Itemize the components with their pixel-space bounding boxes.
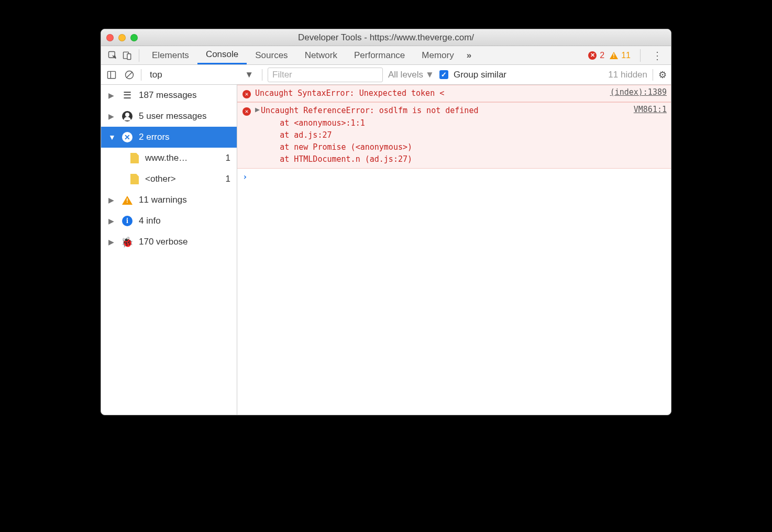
- clear-console-icon[interactable]: [123, 69, 136, 81]
- expand-arrow-icon: ▶: [108, 217, 116, 225]
- window-title: Developer Tools - https://www.theverge.c…: [101, 32, 671, 43]
- sidebar-item-messages[interactable]: ▶ ☰ 187 messages: [101, 85, 237, 106]
- tab-network[interactable]: Network: [296, 46, 346, 64]
- divider: [141, 69, 141, 81]
- list-icon: ☰: [122, 90, 133, 101]
- tab-sources[interactable]: Sources: [247, 46, 296, 64]
- sidebar-item-label: 2 errors: [139, 132, 170, 142]
- svg-rect-2: [127, 53, 131, 59]
- tab-console[interactable]: Console: [197, 46, 247, 64]
- file-icon: [130, 153, 139, 163]
- sidebar-item-label: www.the…: [145, 153, 188, 163]
- sidebar-item-verbose[interactable]: ▶ 🐞 170 verbose: [101, 231, 237, 252]
- toggle-sidebar-icon[interactable]: [105, 69, 118, 81]
- sidebar-item-warnings[interactable]: ▶ 11 warnings: [101, 190, 237, 210]
- sidebar-error-source[interactable]: <other> 1: [101, 169, 237, 190]
- sidebar-item-label: 187 messages: [139, 90, 197, 101]
- console-sidebar: ▶ ☰ 187 messages ▶ 5 user messages ▼ ✕ 2…: [101, 85, 237, 415]
- log-levels-select[interactable]: All levels ▼: [388, 70, 434, 80]
- warning-count[interactable]: 11: [621, 51, 631, 60]
- sidebar-item-count: 1: [226, 174, 234, 184]
- message-text: Uncaught ReferenceError: osdlfm is not d…: [261, 105, 628, 165]
- tab-performance[interactable]: Performance: [346, 46, 413, 64]
- sidebar-item-errors[interactable]: ▼ ✕ 2 errors: [101, 127, 237, 148]
- sidebar-error-source[interactable]: www.the… 1: [101, 148, 237, 169]
- settings-gear-icon[interactable]: ⚙: [658, 69, 667, 81]
- inspect-element-icon[interactable]: [105, 48, 120, 63]
- device-mode-icon[interactable]: [120, 48, 135, 63]
- error-count[interactable]: 2: [600, 51, 604, 60]
- svg-rect-3: [108, 71, 116, 78]
- sidebar-item-user-messages[interactable]: ▶ 5 user messages: [101, 106, 237, 127]
- console-filterbar: top ▼ Filter All levels ▼ ✓ Group simila…: [101, 65, 671, 85]
- more-menu-button[interactable]: ⋮: [648, 49, 667, 62]
- hidden-messages-count[interactable]: 11 hidden: [608, 70, 647, 80]
- info-icon: i: [122, 216, 133, 226]
- console-message-error[interactable]: ✕ ▶ Uncaught ReferenceError: osdlfm is n…: [237, 102, 671, 168]
- expand-arrow-icon: ▶: [108, 196, 116, 204]
- message-text: Uncaught SyntaxError: Unexpected token <: [255, 87, 605, 99]
- console-body: ▶ ☰ 187 messages ▶ 5 user messages ▼ ✕ 2…: [101, 85, 671, 415]
- sidebar-item-label: 11 warnings: [139, 195, 187, 205]
- window-titlebar: Developer Tools - https://www.theverge.c…: [101, 29, 671, 46]
- context-label: top: [150, 70, 162, 80]
- expand-arrow-icon: ▶: [108, 91, 116, 99]
- warning-icon: [122, 196, 133, 205]
- divider: [262, 69, 262, 81]
- error-circle-icon: ✕: [242, 107, 251, 116]
- chevron-down-icon: ▼: [425, 70, 434, 80]
- error-circle-icon: ✕: [122, 132, 133, 142]
- execution-context-select[interactable]: top ▼: [147, 70, 257, 80]
- expand-arrow-icon: ▶: [108, 238, 116, 246]
- divider: [640, 49, 641, 62]
- bug-icon: 🐞: [122, 237, 133, 247]
- console-output: ✕ Uncaught SyntaxError: Unexpected token…: [237, 85, 671, 415]
- divider: [653, 69, 653, 81]
- expand-arrow-icon: ▶: [108, 112, 116, 120]
- filter-input[interactable]: Filter: [268, 68, 383, 82]
- sidebar-item-info[interactable]: ▶ i 4 info: [101, 210, 237, 231]
- sidebar-item-label: 170 verbose: [139, 237, 188, 247]
- sidebar-item-label: 4 info: [139, 216, 161, 226]
- sidebar-item-label: <other>: [145, 174, 176, 184]
- group-similar-label[interactable]: Group similar: [454, 70, 506, 80]
- error-icon: ✕: [588, 51, 597, 60]
- console-message-error[interactable]: ✕ Uncaught SyntaxError: Unexpected token…: [237, 85, 671, 102]
- devtools-tabstrip: Elements Console Sources Network Perform…: [101, 46, 671, 65]
- devtools-window: Developer Tools - https://www.theverge.c…: [101, 29, 671, 415]
- collapse-arrow-icon: ▼: [108, 133, 116, 141]
- warning-icon: [610, 52, 618, 59]
- error-circle-icon: ✕: [242, 90, 251, 98]
- file-icon: [130, 174, 139, 184]
- group-similar-checkbox[interactable]: ✓: [439, 70, 448, 79]
- tabs-overflow-button[interactable]: »: [462, 46, 476, 64]
- filter-placeholder: Filter: [272, 70, 292, 80]
- sidebar-item-label: 5 user messages: [139, 111, 206, 121]
- tab-memory[interactable]: Memory: [413, 46, 462, 64]
- sidebar-item-count: 1: [226, 153, 234, 163]
- message-source-link[interactable]: (index):1389: [610, 87, 667, 99]
- message-source-link[interactable]: VM861:1: [634, 105, 667, 165]
- svg-line-6: [126, 72, 133, 78]
- divider: [139, 49, 139, 62]
- expand-arrow-icon[interactable]: ▶: [255, 105, 260, 165]
- chevron-down-icon: ▼: [245, 70, 253, 80]
- tab-elements[interactable]: Elements: [144, 46, 197, 64]
- user-icon: [122, 111, 133, 121]
- console-prompt[interactable]: ›: [237, 169, 671, 185]
